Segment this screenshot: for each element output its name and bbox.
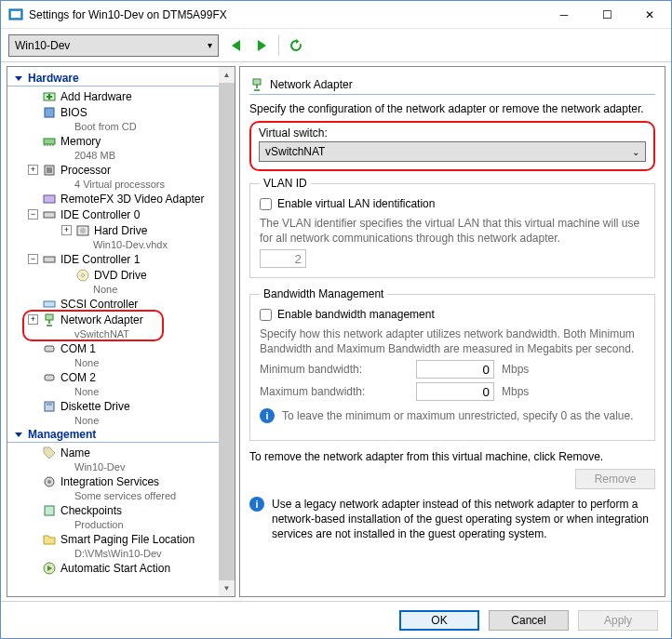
svg-rect-3	[45, 108, 54, 117]
tree-scrollbar[interactable]: ▲ ▼	[219, 67, 235, 596]
tree-memory-sub: 2048 MB	[26, 149, 235, 162]
tree-com1[interactable]: COM 1	[26, 340, 235, 356]
panel-header: Network Adapter	[249, 74, 655, 95]
bw-min-input	[416, 360, 494, 379]
body: Hardware Add Hardware BIOS Boot from CD …	[1, 62, 671, 601]
titlebar: Settings for Win10-Dev on DTM5A99FX ─ ☐ …	[1, 1, 671, 29]
svg-rect-15	[46, 314, 53, 320]
controller-icon	[42, 252, 57, 267]
services-icon	[42, 474, 57, 489]
vm-selector[interactable]: Win10-Dev ▾	[8, 34, 219, 57]
minimize-button[interactable]: ─	[543, 1, 585, 29]
refresh-button[interactable]	[287, 36, 305, 55]
gpu-icon	[42, 192, 57, 206]
folder-icon	[42, 532, 57, 547]
hdd-icon	[75, 223, 90, 238]
cpu-icon	[42, 163, 57, 178]
vswitch-label: Virtual switch:	[259, 126, 646, 140]
legacy-info: Use a legacy network adapter instead of …	[272, 497, 655, 541]
vlan-id-input	[260, 249, 306, 268]
bw-hint1: Specify how this network adapter utilize…	[260, 326, 645, 356]
svg-rect-4	[44, 139, 55, 144]
add-hardware-icon	[42, 89, 57, 104]
app-icon	[8, 7, 23, 22]
bandwidth-group: Bandwidth Management Enable bandwidth ma…	[249, 287, 655, 441]
scroll-up-icon[interactable]: ▲	[219, 67, 235, 83]
tree-network-adapter[interactable]: + Network Adapter	[26, 312, 235, 327]
collapse-icon[interactable]: −	[28, 209, 38, 220]
vswitch-value: vSwitchNAT	[265, 145, 325, 158]
nav-back[interactable]	[226, 36, 245, 55]
tree-processor[interactable]: + Processor	[26, 162, 235, 178]
tree-hard-drive-sub: Win10-Dev.vhdx	[60, 238, 235, 251]
ok-button[interactable]: OK	[399, 610, 479, 631]
tree-ide1[interactable]: − IDE Controller 1	[26, 251, 235, 267]
vlan-legend: VLAN ID	[260, 177, 311, 190]
tree-add-hardware[interactable]: Add Hardware	[26, 88, 235, 104]
section-management: Management	[7, 427, 235, 443]
svg-rect-19	[47, 402, 52, 406]
serial-icon	[42, 341, 57, 356]
bw-unit: Mbps	[502, 385, 529, 398]
tree-dvd[interactable]: DVD Drive	[60, 267, 235, 283]
section-hardware: Hardware	[7, 71, 235, 87]
tree-memory[interactable]: Memory	[26, 133, 235, 149]
tree-name[interactable]: Name	[26, 445, 235, 460]
svg-rect-11	[44, 257, 55, 262]
svg-point-13	[82, 273, 85, 276]
tree-diskette[interactable]: Diskette Drive	[26, 398, 235, 414]
refresh-icon	[289, 38, 303, 53]
checkpoint-icon	[42, 503, 57, 518]
floppy-icon	[42, 399, 57, 414]
maximize-button[interactable]: ☐	[585, 1, 628, 29]
memory-icon	[42, 134, 57, 149]
vlan-enable-checkbox[interactable]	[260, 198, 272, 210]
content-panel: Network Adapter Specify the configuratio…	[239, 66, 665, 597]
bw-enable-checkbox[interactable]	[260, 309, 272, 321]
tree-ide0[interactable]: − IDE Controller 0	[26, 206, 235, 222]
serial-icon	[42, 370, 57, 385]
settings-tree[interactable]: Hardware Add Hardware BIOS Boot from CD …	[7, 66, 235, 597]
expand-icon[interactable]: +	[28, 165, 38, 175]
chip-icon	[42, 105, 57, 120]
svg-rect-24	[253, 79, 261, 85]
chevron-down-icon: ⌄	[632, 147, 639, 157]
bw-hint2: To leave the minimum or maximum unrestri…	[282, 408, 633, 423]
svg-rect-6	[47, 167, 52, 173]
nav-forward[interactable]	[252, 36, 271, 55]
controller-icon	[42, 207, 57, 222]
bw-unit: Mbps	[502, 363, 529, 376]
svg-rect-16	[45, 346, 54, 352]
vm-selector-value: Win10-Dev	[15, 39, 70, 52]
svg-point-10	[80, 228, 86, 233]
close-button[interactable]: ✕	[628, 1, 671, 29]
cancel-button[interactable]: Cancel	[489, 610, 569, 631]
scroll-thumb[interactable]	[219, 83, 235, 580]
autostart-icon	[42, 561, 57, 576]
tag-icon	[42, 446, 57, 460]
dvd-icon	[75, 268, 90, 283]
tree-scsi[interactable]: SCSI Controller	[26, 296, 235, 312]
svg-point-21	[47, 480, 51, 484]
apply-button: Apply	[578, 610, 658, 631]
tree-checkpoints[interactable]: Checkpoints	[26, 502, 235, 518]
tree-hard-drive[interactable]: + Hard Drive	[60, 222, 235, 238]
network-icon	[42, 313, 57, 327]
separator	[278, 35, 279, 56]
network-icon	[249, 77, 264, 92]
tree-remotefx[interactable]: RemoteFX 3D Video Adapter	[26, 191, 235, 206]
tree-autostart[interactable]: Automatic Start Action	[26, 560, 235, 576]
svg-rect-1	[11, 11, 20, 18]
scroll-down-icon[interactable]: ▼	[219, 580, 235, 596]
vswitch-dropdown[interactable]: vSwitchNAT ⌄	[259, 141, 646, 162]
vlan-enable-label: Enable virtual LAN identification	[277, 197, 435, 210]
bw-max-input	[416, 382, 494, 401]
tree-bios[interactable]: BIOS	[26, 104, 235, 120]
tree-paging[interactable]: Smart Paging File Location	[26, 531, 235, 547]
tree-bios-sub: Boot from CD	[26, 120, 235, 133]
bw-min-label: Minimum bandwidth:	[260, 363, 409, 376]
vlan-group: VLAN ID Enable virtual LAN identificatio…	[249, 177, 655, 278]
tree-com2[interactable]: COM 2	[26, 369, 235, 385]
vlan-hint: The VLAN identifier specifies the virtua…	[260, 216, 645, 246]
tree-integration[interactable]: Integration Services	[26, 473, 235, 489]
